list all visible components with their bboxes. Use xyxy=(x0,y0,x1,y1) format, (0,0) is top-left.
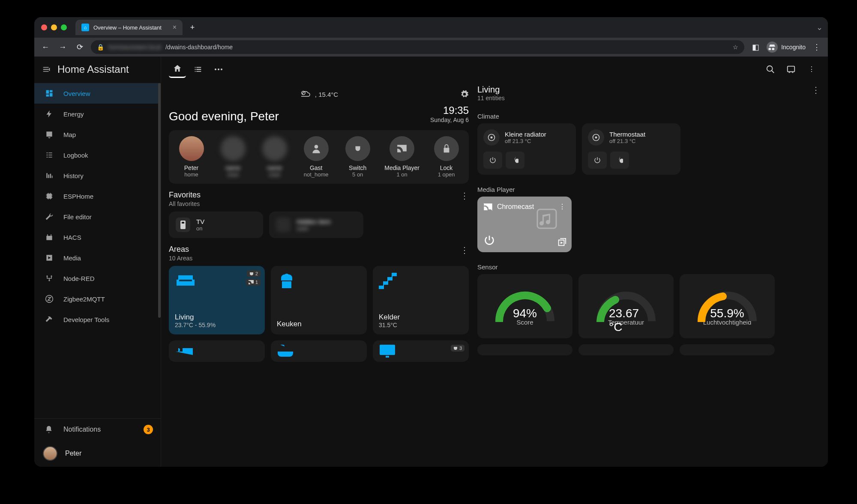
area-item[interactable] xyxy=(169,340,265,362)
lock-icon xyxy=(434,136,459,161)
areas-menu[interactable]: ⋮ xyxy=(460,245,469,255)
plug-badge: 3 xyxy=(451,345,464,352)
sidebar-item-esphome[interactable]: ESPHome xyxy=(34,186,161,206)
clock-date: Sunday, Aug 6 xyxy=(430,116,469,123)
climate-kleine-radiator[interactable]: Kleine radiatoroff 21.3 °C xyxy=(477,123,576,175)
overflow-menu[interactable]: ⋮ xyxy=(803,61,820,78)
sidebar-user[interactable]: Peter xyxy=(34,440,161,467)
media-menu[interactable]: ⋮ xyxy=(559,203,566,211)
music-icon xyxy=(535,207,559,231)
heat-button[interactable] xyxy=(610,152,629,169)
extensions-icon[interactable]: ◧ xyxy=(749,41,761,53)
sidebar-item-devtools[interactable]: Developer Tools xyxy=(34,309,161,330)
area-item[interactable] xyxy=(271,340,367,362)
url-host: homeassistant.local xyxy=(108,44,161,51)
sidebar-item-media[interactable]: Media xyxy=(34,248,161,268)
room-title: Living xyxy=(477,85,505,95)
sidebar-item-logbook[interactable]: Logbook xyxy=(34,145,161,165)
zigbee-icon xyxy=(45,294,54,304)
reload-button[interactable]: ⟳ xyxy=(74,41,86,53)
tab-more[interactable] xyxy=(210,61,227,78)
sidebar-item-map[interactable]: Map xyxy=(34,124,161,145)
tab-list[interactable] xyxy=(189,61,207,78)
chip-peter[interactable]: Peterhome xyxy=(177,136,206,178)
room-menu[interactable]: ⋮ xyxy=(812,85,820,95)
areas-title: Areas xyxy=(169,245,192,254)
sidebar-collapse-icon[interactable] xyxy=(42,65,51,74)
svg-point-2 xyxy=(48,280,50,281)
search-button[interactable] xyxy=(762,61,779,78)
assist-button[interactable] xyxy=(782,61,800,78)
bath-icon xyxy=(277,344,361,358)
thermostat-icon xyxy=(483,129,500,146)
maximize-window-icon[interactable] xyxy=(61,24,67,30)
remote-icon xyxy=(176,218,190,232)
media-chromecast[interactable]: Chromecast⋮ xyxy=(477,197,572,252)
heat-button[interactable] xyxy=(506,152,524,169)
incognito-indicator[interactable]: Incognito xyxy=(767,42,806,53)
url-field[interactable]: 🔒 homeassistant.local /dwains-dashboard/… xyxy=(91,40,744,54)
area-living[interactable]: 21 Living23.7°C - 55.9% xyxy=(169,266,265,334)
browser-tab[interactable]: ⌂ Overview – Home Assistant × xyxy=(75,20,183,35)
new-tab-button[interactable]: + xyxy=(186,21,199,34)
sensor-header: Sensor xyxy=(477,263,820,271)
sidebar-item-file-editor[interactable]: File editor xyxy=(34,206,161,227)
app-title: Home Assistant xyxy=(57,63,129,75)
area-kelder[interactable]: Kelder31.5°C xyxy=(373,266,469,334)
traffic-lights[interactable] xyxy=(41,24,67,30)
sidebar-list[interactable]: Overview Energy Map Logbook History ESPH… xyxy=(34,83,161,418)
browser-menu-icon[interactable]: ⋮ xyxy=(811,41,823,53)
tabs-dropdown-icon[interactable]: ⌄ xyxy=(816,23,823,32)
area-keuken[interactable]: Keuken xyxy=(271,266,367,334)
map-icon xyxy=(45,130,54,139)
favorites-menu[interactable]: ⋮ xyxy=(460,191,469,201)
forward-button[interactable]: → xyxy=(57,41,69,53)
sensor-card[interactable] xyxy=(680,344,775,355)
thermostat-icon xyxy=(588,129,604,146)
climate-thermostaat[interactable]: Thermostaatoff 21.3 °C xyxy=(582,123,680,175)
power-button[interactable] xyxy=(483,152,502,169)
svg-rect-18 xyxy=(537,209,556,228)
gear-icon[interactable] xyxy=(460,90,469,98)
sidebar-item-hacs[interactable]: HACS xyxy=(34,227,161,248)
svg-rect-12 xyxy=(182,222,184,224)
sidebar-item-history[interactable]: History xyxy=(34,165,161,186)
chip-media[interactable]: Media Player1 on xyxy=(384,136,420,178)
sidebar-item-overview[interactable]: Overview xyxy=(34,83,161,104)
svg-point-0 xyxy=(46,275,48,277)
sensor-card[interactable] xyxy=(477,344,572,355)
blur-icon xyxy=(262,136,287,161)
chip-lock[interactable]: Lock1 open xyxy=(431,136,461,178)
power-button[interactable] xyxy=(588,152,607,169)
sidebar-item-energy[interactable]: Energy xyxy=(34,104,161,124)
cast-badge: 1 xyxy=(246,279,261,286)
area-item[interactable]: 3 xyxy=(373,340,469,362)
favorite-tv[interactable]: TVon xyxy=(169,212,263,238)
svg-point-7 xyxy=(767,66,773,71)
library-icon[interactable] xyxy=(557,238,566,247)
people-row: Peterhome namestate namestate Gastnot_ho… xyxy=(169,130,469,184)
sensor-humidity[interactable]: 55.9% Luchtvochtigheid xyxy=(680,274,775,338)
chip-blur[interactable]: namestate xyxy=(218,136,248,178)
chip-guest[interactable]: Gastnot_home xyxy=(301,136,331,178)
power-icon[interactable] xyxy=(483,234,566,246)
sensor-score[interactable]: 94% Score xyxy=(477,274,572,338)
chef-icon xyxy=(277,272,361,291)
favorite-blur[interactable]: Hidden itemstate xyxy=(269,212,363,238)
sensor-temp[interactable]: 23.67 °C Temperatuur xyxy=(578,274,674,338)
close-window-icon[interactable] xyxy=(41,24,47,30)
back-button[interactable]: ← xyxy=(39,41,51,53)
chip-switch[interactable]: Switch5 on xyxy=(343,136,372,178)
svg-point-10 xyxy=(314,145,318,149)
minimize-window-icon[interactable] xyxy=(51,24,57,30)
tab-home[interactable] xyxy=(169,61,186,78)
sensor-card[interactable] xyxy=(578,344,674,355)
close-tab-icon[interactable]: × xyxy=(173,24,177,31)
url-path: /dwains-dashboard/home xyxy=(165,44,233,51)
sidebar-item-nodered[interactable]: Node-RED xyxy=(34,268,161,289)
sidebar-notifications[interactable]: Notifications 3 xyxy=(34,418,161,440)
bookmark-star-icon[interactable]: ☆ xyxy=(733,44,738,51)
chip-blur[interactable]: namestate xyxy=(260,136,289,178)
nodered-icon xyxy=(45,274,54,283)
sidebar-item-zigbee[interactable]: Zigbee2MQTT xyxy=(34,289,161,309)
